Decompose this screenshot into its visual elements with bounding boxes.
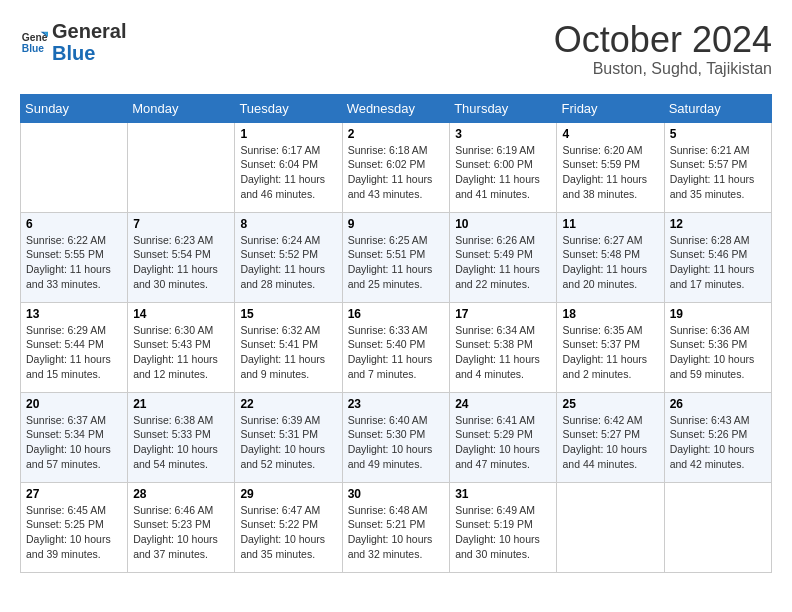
day-info: Sunrise: 6:43 AM Sunset: 5:26 PM Dayligh… [670, 414, 755, 470]
day-number: 6 [26, 217, 122, 231]
day-info: Sunrise: 6:32 AM Sunset: 5:41 PM Dayligh… [240, 324, 325, 380]
calendar-cell: 13 Sunrise: 6:29 AM Sunset: 5:44 PM Dayl… [21, 302, 128, 392]
weekday-header: Saturday [664, 94, 771, 122]
weekday-header: Tuesday [235, 94, 342, 122]
day-number: 25 [562, 397, 658, 411]
calendar-cell: 20 Sunrise: 6:37 AM Sunset: 5:34 PM Dayl… [21, 392, 128, 482]
day-info: Sunrise: 6:19 AM Sunset: 6:00 PM Dayligh… [455, 144, 540, 200]
day-info: Sunrise: 6:30 AM Sunset: 5:43 PM Dayligh… [133, 324, 218, 380]
weekday-header: Sunday [21, 94, 128, 122]
logo: General Blue General Blue [20, 20, 126, 64]
day-info: Sunrise: 6:39 AM Sunset: 5:31 PM Dayligh… [240, 414, 325, 470]
day-info: Sunrise: 6:23 AM Sunset: 5:54 PM Dayligh… [133, 234, 218, 290]
day-info: Sunrise: 6:27 AM Sunset: 5:48 PM Dayligh… [562, 234, 647, 290]
logo-icon: General Blue [20, 28, 48, 56]
calendar-body: 1 Sunrise: 6:17 AM Sunset: 6:04 PM Dayli… [21, 122, 772, 572]
calendar-week-row: 27 Sunrise: 6:45 AM Sunset: 5:25 PM Dayl… [21, 482, 772, 572]
calendar-cell: 5 Sunrise: 6:21 AM Sunset: 5:57 PM Dayli… [664, 122, 771, 212]
day-info: Sunrise: 6:42 AM Sunset: 5:27 PM Dayligh… [562, 414, 647, 470]
day-info: Sunrise: 6:24 AM Sunset: 5:52 PM Dayligh… [240, 234, 325, 290]
calendar-table: SundayMondayTuesdayWednesdayThursdayFrid… [20, 94, 772, 573]
day-number: 31 [455, 487, 551, 501]
day-number: 3 [455, 127, 551, 141]
calendar-week-row: 20 Sunrise: 6:37 AM Sunset: 5:34 PM Dayl… [21, 392, 772, 482]
day-info: Sunrise: 6:20 AM Sunset: 5:59 PM Dayligh… [562, 144, 647, 200]
day-info: Sunrise: 6:25 AM Sunset: 5:51 PM Dayligh… [348, 234, 433, 290]
day-info: Sunrise: 6:34 AM Sunset: 5:38 PM Dayligh… [455, 324, 540, 380]
day-number: 24 [455, 397, 551, 411]
calendar-cell: 2 Sunrise: 6:18 AM Sunset: 6:02 PM Dayli… [342, 122, 450, 212]
day-info: Sunrise: 6:29 AM Sunset: 5:44 PM Dayligh… [26, 324, 111, 380]
calendar-cell: 21 Sunrise: 6:38 AM Sunset: 5:33 PM Dayl… [128, 392, 235, 482]
calendar-cell: 31 Sunrise: 6:49 AM Sunset: 5:19 PM Dayl… [450, 482, 557, 572]
day-number: 17 [455, 307, 551, 321]
day-number: 18 [562, 307, 658, 321]
svg-text:Blue: Blue [22, 43, 45, 54]
day-number: 14 [133, 307, 229, 321]
calendar-cell: 30 Sunrise: 6:48 AM Sunset: 5:21 PM Dayl… [342, 482, 450, 572]
day-number: 7 [133, 217, 229, 231]
day-number: 23 [348, 397, 445, 411]
day-info: Sunrise: 6:26 AM Sunset: 5:49 PM Dayligh… [455, 234, 540, 290]
calendar-cell: 18 Sunrise: 6:35 AM Sunset: 5:37 PM Dayl… [557, 302, 664, 392]
calendar-cell: 11 Sunrise: 6:27 AM Sunset: 5:48 PM Dayl… [557, 212, 664, 302]
calendar-cell: 4 Sunrise: 6:20 AM Sunset: 5:59 PM Dayli… [557, 122, 664, 212]
day-info: Sunrise: 6:37 AM Sunset: 5:34 PM Dayligh… [26, 414, 111, 470]
calendar-cell [557, 482, 664, 572]
day-number: 22 [240, 397, 336, 411]
day-info: Sunrise: 6:35 AM Sunset: 5:37 PM Dayligh… [562, 324, 647, 380]
calendar-cell: 19 Sunrise: 6:36 AM Sunset: 5:36 PM Dayl… [664, 302, 771, 392]
weekday-header: Friday [557, 94, 664, 122]
calendar-cell: 6 Sunrise: 6:22 AM Sunset: 5:55 PM Dayli… [21, 212, 128, 302]
weekday-header: Wednesday [342, 94, 450, 122]
calendar-week-row: 1 Sunrise: 6:17 AM Sunset: 6:04 PM Dayli… [21, 122, 772, 212]
calendar-cell: 27 Sunrise: 6:45 AM Sunset: 5:25 PM Dayl… [21, 482, 128, 572]
calendar-cell: 26 Sunrise: 6:43 AM Sunset: 5:26 PM Dayl… [664, 392, 771, 482]
day-info: Sunrise: 6:49 AM Sunset: 5:19 PM Dayligh… [455, 504, 540, 560]
calendar-cell: 14 Sunrise: 6:30 AM Sunset: 5:43 PM Dayl… [128, 302, 235, 392]
day-number: 19 [670, 307, 766, 321]
day-number: 15 [240, 307, 336, 321]
calendar-cell: 17 Sunrise: 6:34 AM Sunset: 5:38 PM Dayl… [450, 302, 557, 392]
calendar-cell: 29 Sunrise: 6:47 AM Sunset: 5:22 PM Dayl… [235, 482, 342, 572]
day-info: Sunrise: 6:41 AM Sunset: 5:29 PM Dayligh… [455, 414, 540, 470]
day-info: Sunrise: 6:28 AM Sunset: 5:46 PM Dayligh… [670, 234, 755, 290]
day-number: 5 [670, 127, 766, 141]
logo-blue: Blue [52, 42, 126, 64]
calendar-week-row: 13 Sunrise: 6:29 AM Sunset: 5:44 PM Dayl… [21, 302, 772, 392]
day-number: 21 [133, 397, 229, 411]
day-number: 2 [348, 127, 445, 141]
calendar-cell: 7 Sunrise: 6:23 AM Sunset: 5:54 PM Dayli… [128, 212, 235, 302]
calendar-cell: 10 Sunrise: 6:26 AM Sunset: 5:49 PM Dayl… [450, 212, 557, 302]
day-number: 12 [670, 217, 766, 231]
day-number: 13 [26, 307, 122, 321]
calendar-cell: 8 Sunrise: 6:24 AM Sunset: 5:52 PM Dayli… [235, 212, 342, 302]
calendar-cell: 15 Sunrise: 6:32 AM Sunset: 5:41 PM Dayl… [235, 302, 342, 392]
day-info: Sunrise: 6:18 AM Sunset: 6:02 PM Dayligh… [348, 144, 433, 200]
logo-general: General [52, 20, 126, 42]
calendar-header: SundayMondayTuesdayWednesdayThursdayFrid… [21, 94, 772, 122]
location: Buston, Sughd, Tajikistan [554, 60, 772, 78]
day-number: 9 [348, 217, 445, 231]
calendar-cell: 9 Sunrise: 6:25 AM Sunset: 5:51 PM Dayli… [342, 212, 450, 302]
calendar-cell: 23 Sunrise: 6:40 AM Sunset: 5:30 PM Dayl… [342, 392, 450, 482]
calendar-cell [21, 122, 128, 212]
day-info: Sunrise: 6:33 AM Sunset: 5:40 PM Dayligh… [348, 324, 433, 380]
day-info: Sunrise: 6:21 AM Sunset: 5:57 PM Dayligh… [670, 144, 755, 200]
calendar-cell: 3 Sunrise: 6:19 AM Sunset: 6:00 PM Dayli… [450, 122, 557, 212]
calendar-cell [128, 122, 235, 212]
calendar-cell: 22 Sunrise: 6:39 AM Sunset: 5:31 PM Dayl… [235, 392, 342, 482]
day-number: 28 [133, 487, 229, 501]
day-info: Sunrise: 6:45 AM Sunset: 5:25 PM Dayligh… [26, 504, 111, 560]
title-block: October 2024 Buston, Sughd, Tajikistan [554, 20, 772, 78]
calendar-cell [664, 482, 771, 572]
day-number: 27 [26, 487, 122, 501]
day-number: 8 [240, 217, 336, 231]
month-title: October 2024 [554, 20, 772, 60]
day-number: 20 [26, 397, 122, 411]
day-number: 11 [562, 217, 658, 231]
weekday-header: Monday [128, 94, 235, 122]
day-info: Sunrise: 6:47 AM Sunset: 5:22 PM Dayligh… [240, 504, 325, 560]
day-number: 1 [240, 127, 336, 141]
day-number: 4 [562, 127, 658, 141]
